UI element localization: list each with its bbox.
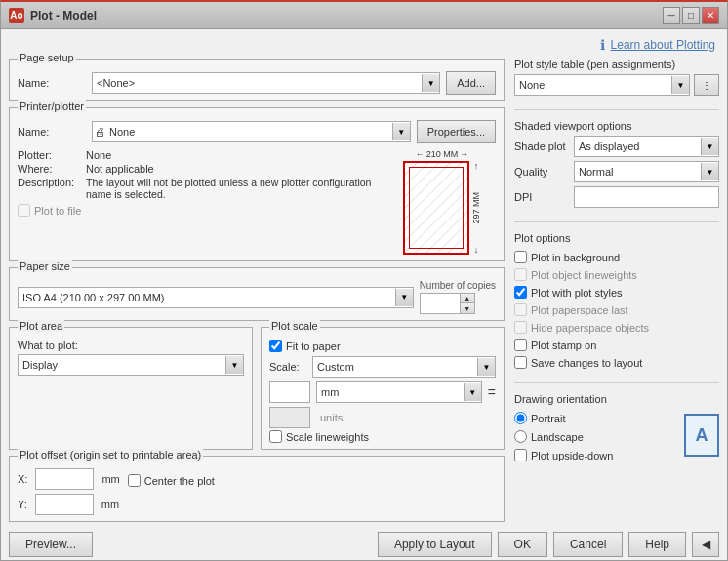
cancel-button[interactable]: Cancel	[553, 532, 623, 557]
what-to-plot-select[interactable]: Display ▼	[18, 354, 244, 376]
x-input[interactable]: 11.55	[35, 468, 94, 490]
printer-plotter-label: Printer/plotter	[18, 100, 86, 112]
shaded-viewport-section: Shaded viewport options Shade plot As di…	[514, 120, 719, 208]
scale-value1[interactable]: 1	[269, 381, 310, 403]
fit-to-paper-row: Fit to paper	[269, 340, 496, 352]
back-icon: ◀	[702, 538, 710, 551]
fit-to-paper-label: Fit to paper	[286, 341, 341, 352]
width-dim-arrow2: →	[460, 149, 468, 159]
plot-with-styles-row: Plot with plot styles	[514, 286, 719, 299]
page-setup-name-select[interactable]: <None> ▼	[92, 72, 440, 94]
plot-scale-group: Plot scale Fit to paper Scale: Custom ▼	[261, 327, 505, 450]
plot-with-styles-label: Plot with plot styles	[531, 287, 623, 299]
left-panel: Page setup Name: <None> ▼ Add... Printer…	[9, 59, 505, 522]
quality-dropdown[interactable]: ▼	[701, 163, 718, 180]
plot-to-file-label: Plot to file	[34, 205, 81, 217]
main-area: Page setup Name: <None> ▼ Add... Printer…	[9, 59, 719, 522]
copies-spin-down[interactable]: ▼	[461, 303, 474, 313]
pen-table-edit-button[interactable]: ⋮	[694, 74, 719, 96]
plot-style-select[interactable]: None ▼	[514, 74, 690, 96]
copies-spin-up[interactable]: ▲	[461, 294, 474, 303]
scale-dropdown[interactable]: ▼	[477, 358, 495, 376]
fit-to-paper-checkbox[interactable]	[269, 340, 282, 352]
plot-to-file-checkbox	[18, 204, 30, 217]
main-window: Ao Plot - Model ─ □ ✕ ℹ Learn about Plot…	[0, 0, 728, 561]
scale-select[interactable]: Custom ▼	[312, 356, 496, 378]
plot-area-group: Plot area What to plot: Display ▼	[9, 327, 253, 450]
save-changes-checkbox[interactable]	[514, 356, 527, 369]
right-panel: Plot style table (pen assignments) None …	[514, 59, 719, 522]
upside-down-checkbox[interactable]	[514, 449, 527, 461]
plot-with-styles-checkbox[interactable]	[514, 286, 527, 299]
help-button[interactable]: Help	[628, 532, 686, 557]
plot-object-lineweights-label: Plot object lineweights	[531, 269, 637, 281]
close-button[interactable]: ✕	[702, 7, 719, 24]
plot-style-dropdown[interactable]: ▼	[671, 76, 689, 94]
unit1-dropdown[interactable]: ▼	[464, 383, 481, 401]
print-area-rect	[409, 167, 464, 249]
plot-stamp-row: Plot stamp on	[514, 339, 719, 351]
bottom-bar: Preview... Apply to Layout OK Cancel Hel…	[9, 528, 719, 560]
drawing-orientation-title: Drawing orientation	[514, 393, 719, 405]
upside-down-row: Plot upside-down	[514, 449, 674, 461]
plot-stamp-label: Plot stamp on	[531, 340, 596, 351]
paper-rect	[403, 161, 469, 255]
ok-button[interactable]: OK	[498, 532, 547, 557]
plot-paperspace-last-row: Plot paperspace last	[514, 303, 719, 316]
maximize-button[interactable]: □	[682, 7, 700, 24]
paper-diagram: ← 210 MM →	[403, 149, 481, 255]
orientation-layout: Portrait Landscape Plot upside-down	[514, 409, 719, 461]
paper-size-dropdown-arrow[interactable]: ▼	[395, 289, 413, 306]
width-dim-arrow: ←	[416, 149, 425, 159]
back-button[interactable]: ◀	[692, 532, 719, 557]
printer-name-select[interactable]: 🖨 None ▼	[92, 121, 411, 142]
learn-about-plotting-link[interactable]: Learn about Plotting	[611, 38, 715, 52]
shade-plot-select[interactable]: As displayed ▼	[574, 136, 719, 157]
copies-spinbox[interactable]: 1 ▲ ▼	[420, 293, 475, 314]
add-button[interactable]: Add...	[446, 71, 496, 95]
title-bar: Ao Plot - Model ─ □ ✕	[1, 2, 727, 29]
minimize-button[interactable]: ─	[663, 7, 680, 24]
plotter-row: Plotter: None	[18, 149, 388, 161]
paper-size-select[interactable]: ISO A4 (210.00 x 297.00 MM) ▼	[18, 287, 414, 308]
what-to-plot-dropdown[interactable]: ▼	[225, 356, 243, 374]
quality-select[interactable]: Normal ▼	[574, 161, 719, 182]
scale-lineweights-checkbox[interactable]	[269, 430, 282, 443]
apply-to-layout-button[interactable]: Apply to Layout	[378, 532, 492, 557]
quality-label: Quality	[514, 166, 568, 178]
page-setup-group: Page setup Name: <None> ▼ Add...	[9, 59, 505, 101]
shaded-viewport-title: Shaded viewport options	[514, 120, 719, 132]
plot-paperspace-last-checkbox	[514, 303, 527, 316]
page-setup-dropdown-arrow[interactable]: ▼	[422, 74, 439, 92]
center-plot-checkbox[interactable]	[128, 474, 141, 487]
printer-dropdown-arrow[interactable]: ▼	[392, 123, 410, 140]
shade-plot-dropdown[interactable]: ▼	[701, 138, 718, 155]
unit1-select[interactable]: mm ▼	[316, 381, 482, 403]
plot-stamp-checkbox[interactable]	[514, 339, 527, 351]
orientation-options: Portrait Landscape Plot upside-down	[514, 409, 674, 461]
where-row: Where: Not applicable	[18, 163, 388, 175]
drawing-orientation-section: Drawing orientation Portrait Landscape	[514, 393, 719, 461]
plot-offset-group: Plot offset (origin set to printable are…	[9, 456, 505, 522]
upside-down-label: Plot upside-down	[531, 450, 613, 461]
hide-paperspace-label: Hide paperspace objects	[531, 322, 649, 334]
landscape-radio[interactable]	[514, 430, 527, 443]
save-changes-row: Save changes to layout	[514, 356, 719, 369]
scale-value2: 22.46	[269, 407, 310, 428]
portrait-radio[interactable]	[514, 412, 527, 424]
plot-background-checkbox[interactable]	[514, 251, 527, 263]
y-input[interactable]: -13.65	[35, 494, 94, 515]
plot-background-label: Plot in background	[531, 252, 620, 263]
plot-options-section: Plot options Plot in background Plot obj…	[514, 232, 719, 369]
preview-button[interactable]: Preview...	[9, 532, 93, 557]
scale-lineweights-label: Scale lineweights	[286, 431, 369, 443]
properties-button[interactable]: Properties...	[417, 120, 496, 143]
plot-to-file-row: Plot to file	[18, 204, 388, 217]
orientation-icon: A	[684, 414, 719, 457]
scale-lineweights-row: Scale lineweights	[269, 430, 496, 443]
paper-diagram-container: ← 210 MM →	[388, 149, 496, 255]
portrait-row: Portrait	[514, 412, 674, 424]
copies-input[interactable]: 1	[421, 294, 460, 313]
printer-name-label: Name:	[18, 126, 86, 138]
width-dim-text: 210 MM	[426, 149, 459, 159]
